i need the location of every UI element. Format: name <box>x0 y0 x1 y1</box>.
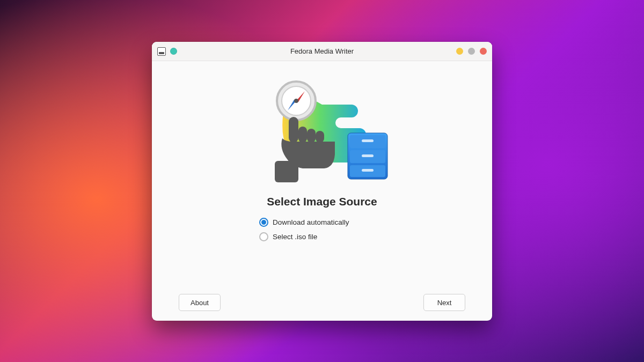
titlebar-left <box>157 47 177 56</box>
svg-rect-6 <box>298 127 307 143</box>
window-controls <box>456 48 487 55</box>
svg-rect-14 <box>362 139 374 142</box>
svg-rect-8 <box>316 131 324 143</box>
about-button[interactable]: About <box>179 294 221 311</box>
svg-rect-16 <box>362 169 374 172</box>
active-indicator-icon <box>170 48 177 55</box>
maximize-button[interactable] <box>468 48 475 55</box>
image-source-options: Download automatically Select .iso file <box>168 218 476 241</box>
window-title: Fedora Media Writer <box>152 47 492 55</box>
main-content: Select Image Source Download automatical… <box>152 61 492 321</box>
svg-rect-15 <box>362 154 374 157</box>
next-button[interactable]: Next <box>423 294 465 311</box>
option-label: Select .iso file <box>273 233 317 241</box>
svg-point-4 <box>294 99 298 103</box>
compass-icon <box>277 82 316 120</box>
option-label: Download automatically <box>273 218 349 226</box>
app-window: Fedora Media Writer <box>152 42 492 321</box>
footer: About Next <box>168 285 476 321</box>
illustration <box>247 75 397 188</box>
desktop-background: Fedora Media Writer <box>0 0 644 362</box>
page-heading: Select Image Source <box>267 195 377 208</box>
svg-rect-7 <box>307 129 316 143</box>
svg-rect-5 <box>289 117 298 143</box>
radio-icon <box>259 232 268 241</box>
option-select-iso-file[interactable]: Select .iso file <box>259 232 476 241</box>
option-download-automatically[interactable]: Download automatically <box>259 218 476 227</box>
monitor-icon <box>157 47 166 56</box>
close-button[interactable] <box>480 48 487 55</box>
minimize-button[interactable] <box>456 48 463 55</box>
file-cabinet-icon <box>348 133 387 179</box>
svg-rect-9 <box>275 161 298 182</box>
radio-icon <box>259 218 268 227</box>
titlebar[interactable]: Fedora Media Writer <box>152 42 492 61</box>
